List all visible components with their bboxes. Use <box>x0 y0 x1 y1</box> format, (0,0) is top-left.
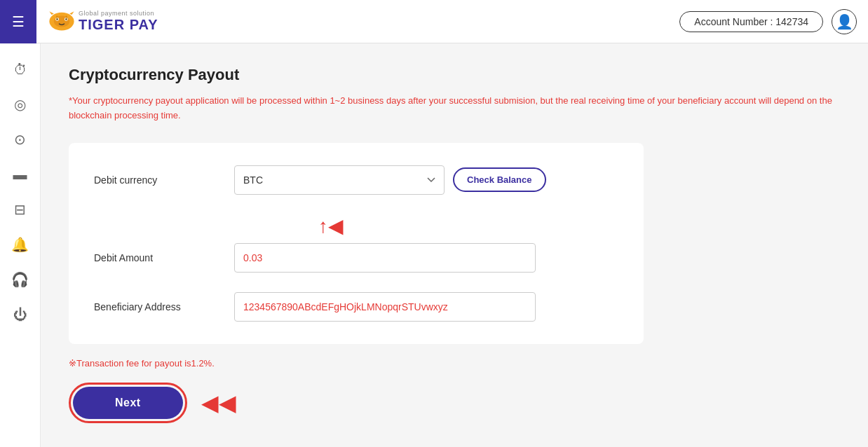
debit-amount-label: Debit Amount <box>94 252 234 263</box>
cards-icon: ▬ <box>13 167 27 183</box>
next-button-area: Next ◀◀ <box>69 383 840 423</box>
beneficiary-address-label: Beneficiary Address <box>94 301 234 312</box>
page-title: Cryptocurrency Payout <box>69 66 840 84</box>
user-avatar-icon: 👤 <box>836 13 853 30</box>
arrow-annotation-currency: ↑◀ <box>234 214 618 238</box>
red-arrow-up-icon: ↑◀ <box>318 214 344 238</box>
notice-text: *Your cryptocurrency payout application … <box>69 94 840 123</box>
sidebar-item-wallet[interactable]: ⊟ <box>6 195 35 224</box>
bell-icon: 🔔 <box>11 236 29 253</box>
sidebar-item-support[interactable]: 🎧 <box>6 265 35 294</box>
svg-rect-6 <box>56 15 57 20</box>
debit-currency-label: Debit currency <box>94 174 234 186</box>
svg-rect-7 <box>66 15 67 20</box>
sidebar-item-notifications[interactable]: 🔔 <box>6 230 35 259</box>
headset-icon: 🎧 <box>11 271 29 288</box>
sidebar: ⏱ ◎ ⊙ ▬ ⊟ 🔔 🎧 ⏻ <box>0 43 41 447</box>
hamburger-icon: ☰ <box>12 13 25 30</box>
tiger-logo-icon <box>45 8 79 35</box>
fee-notice-text: ※Transaction fee for payout is1.2%. <box>69 358 840 369</box>
logo-text: Global payment solution TIGER PAY <box>79 11 158 33</box>
menu-button[interactable]: ☰ <box>0 0 36 43</box>
sidebar-item-history[interactable]: ⏱ <box>6 55 35 84</box>
account-number-badge: Account Number : 142734 <box>679 11 823 32</box>
debit-currency-select[interactable]: BTC ETH USDT <box>234 165 445 195</box>
logo-tagline: Global payment solution <box>79 11 158 18</box>
beneficiary-address-input[interactable] <box>234 292 536 322</box>
sidebar-item-transfer[interactable]: ◎ <box>6 90 35 119</box>
user-profile-button[interactable]: 👤 <box>832 9 857 34</box>
check-balance-with-arrow: Check Balance <box>453 167 546 192</box>
sidebar-item-logout[interactable]: ⏻ <box>6 300 35 329</box>
check-balance-button[interactable]: Check Balance <box>453 167 546 192</box>
beneficiary-address-row: Beneficiary Address <box>94 292 618 322</box>
debit-amount-input[interactable] <box>234 243 536 273</box>
next-button[interactable]: Next <box>73 387 183 419</box>
logo-name: TIGER PAY <box>79 17 158 32</box>
power-icon: ⏻ <box>13 307 27 323</box>
sidebar-item-cards[interactable]: ▬ <box>6 160 35 189</box>
debit-amount-row: Debit Amount <box>94 243 618 273</box>
transfer-icon: ◎ <box>14 96 26 113</box>
history-icon: ⏱ <box>13 62 27 78</box>
debit-currency-row: Debit currency BTC ETH USDT Check Balanc… <box>94 165 618 195</box>
form-card: Debit currency BTC ETH USDT Check Balanc… <box>69 143 644 344</box>
next-button-highlight: Next <box>69 383 187 423</box>
logo-area: Global payment solution TIGER PAY <box>45 8 158 35</box>
payout-icon: ⊙ <box>14 131 26 148</box>
main-content: Cryptocurrency Payout *Your cryptocurren… <box>41 43 868 447</box>
debit-currency-controls: BTC ETH USDT Check Balance <box>234 165 618 195</box>
sidebar-item-payout[interactable]: ⊙ <box>6 125 35 154</box>
header: ☰ Global payment solution TIGER PAY Acco… <box>0 0 868 43</box>
red-arrow-left-icon: ◀◀ <box>201 390 236 416</box>
header-right: Account Number : 142734 👤 <box>679 9 857 34</box>
debit-amount-controls <box>234 243 618 273</box>
beneficiary-address-controls <box>234 292 618 322</box>
layout: ⏱ ◎ ⊙ ▬ ⊟ 🔔 🎧 ⏻ Cryptocurrency Payout *Y… <box>0 43 868 447</box>
wallet-icon: ⊟ <box>14 201 26 218</box>
